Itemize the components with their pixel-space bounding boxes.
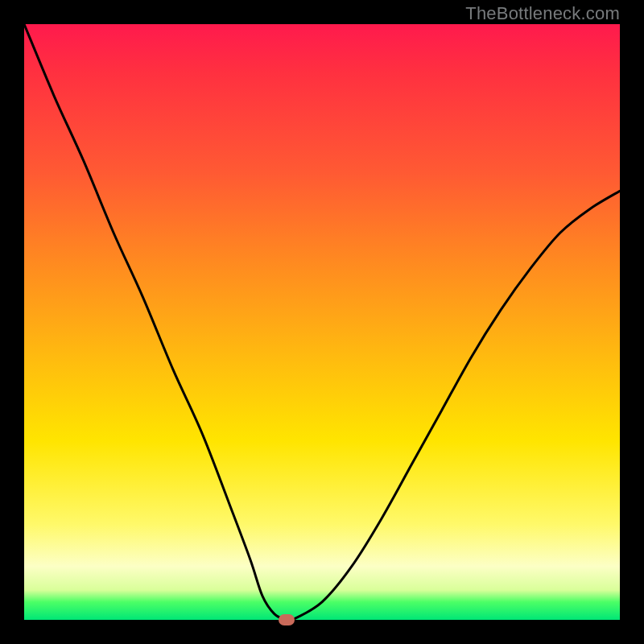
chart-container: TheBottleneck.com (0, 0, 644, 644)
bottleneck-curve (24, 24, 620, 620)
optimal-point-marker (279, 614, 295, 625)
plot-area (24, 24, 620, 620)
watermark-text: TheBottleneck.com (465, 3, 620, 24)
curve-svg (24, 24, 620, 620)
